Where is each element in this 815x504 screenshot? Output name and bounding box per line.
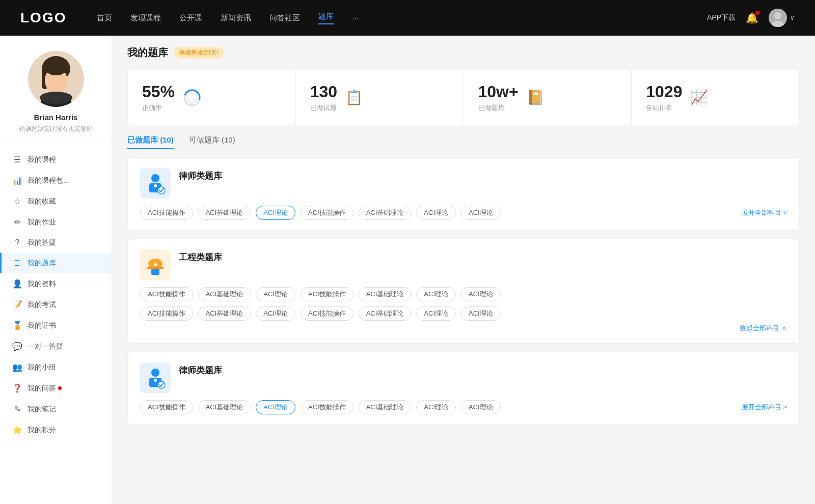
nav-news[interactable]: 新闻资讯 [221,13,251,23]
page-title: 我的题库 [127,46,168,60]
tags-row-engineer-2: ACI技能操作 ACI基础理论 ACI理论 ACI技能操作 ACI基础理论 AC… [140,306,787,321]
sidebar-item-qa[interactable]: ? 我的答疑 [0,233,112,253]
bank-card-engineer: 工程类题库 ACI技能操作 ACI基础理论 ACI理论 ACI技能操作 ACI基… [127,239,800,344]
trial-badge: 体验剩余23天! [174,47,224,59]
user-avatar-menu[interactable]: ∨ [769,9,795,27]
nav-courses[interactable]: 发现课程 [130,13,161,23]
tag[interactable]: ACI基础理论 [359,206,412,220]
tag[interactable]: ACI理论 [416,206,456,220]
tag[interactable]: ACI理论 [256,287,295,301]
sidebar-item-course-packages[interactable]: 📊 我的课程包... [0,170,112,191]
sidebar-item-notes[interactable]: ✎ 我的笔记 [0,399,112,419]
tag[interactable]: ACI技能操作 [140,287,193,301]
svg-point-10 [40,92,72,104]
tab-todo-banks[interactable]: 可做题库 (10) [189,135,235,149]
sidebar-item-certificate[interactable]: 🏅 我的证书 [0,315,112,336]
my-qa-icon: ❓ [12,383,22,393]
svg-point-13 [187,93,197,103]
tag[interactable]: ACI理论 [256,306,295,321]
svg-point-23 [151,369,159,377]
content-area: 我的题库 体验剩余23天! 55% 正确率 [112,36,815,504]
tab-done-banks[interactable]: 已做题库 (10) [127,135,174,149]
svg-rect-20 [147,267,164,269]
nav-qa[interactable]: 问答社区 [269,13,300,23]
tag[interactable]: ACI理论 [256,206,295,220]
sidebar-item-my-qa[interactable]: ❓ 我的问答 [0,378,112,399]
tag[interactable]: ACI理论 [461,400,501,414]
courses-icon: ☰ [12,155,22,164]
bank-card-lawyer-2: 律师类题库 ACI技能操作 ACI基础理论 ACI理论 ACI技能操作 ACI基… [127,352,800,425]
nav-home[interactable]: 首页 [97,13,112,23]
sidebar-item-profile[interactable]: 👤 我的资料 [0,273,112,294]
sidebar-item-one-on-one[interactable]: 💬 一对一答疑 [0,336,112,357]
navbar: LOGO 首页 发现课程 公开课 新闻资讯 问答社区 题库 ··· APP下载 … [0,0,815,36]
bank-title-engineer: 工程类题库 [179,249,222,263]
profile-motto: 错误的决定比没有决定要好 [19,125,93,133]
sidebar: Brian Harris 错误的决定比没有决定要好 ☰ 我的课程 📊 我的课程包… [0,36,112,504]
tag[interactable]: ACI理论 [416,306,456,321]
tag[interactable]: ACI技能操作 [301,306,354,321]
qa-notification-dot [58,386,62,390]
tag[interactable]: ACI技能操作 [301,400,354,414]
nav-more[interactable]: ··· [352,14,359,22]
tag[interactable]: ACI理论 [416,400,456,414]
stats-row: 55% 正确率 130 已做试题 📋 [127,70,800,125]
sidebar-item-homework[interactable]: ✏ 我的作业 [0,212,112,233]
lawyer-bank-icon-2 [140,362,171,393]
tag[interactable]: ACI技能操作 [301,287,354,301]
tag[interactable]: ACI基础理论 [359,400,412,414]
sidebar-item-question-bank[interactable]: 🗒 我的题库 [0,253,112,273]
tag[interactable]: ACI技能操作 [140,400,193,414]
stat-done-banks: 10w+ 已做题库 📔 [464,70,632,125]
svg-point-25 [154,379,157,382]
tag[interactable]: ACI理论 [416,287,456,301]
points-icon: ⭐ [12,425,22,435]
expand-link-lawyer-1[interactable]: 展开全部科目 > [742,208,787,217]
stat-correct-rate: 55% 正确率 [128,70,296,125]
favorites-icon: ☆ [12,197,22,206]
collapse-link-engineer[interactable]: 收起全部科目 ∧ [140,324,787,333]
groups-icon: 👥 [12,362,22,372]
tag[interactable]: ACI技能操作 [301,206,354,220]
svg-point-1 [774,12,781,19]
tag[interactable]: ACI基础理论 [198,206,251,220]
tag[interactable]: ACI基础理论 [198,400,251,414]
profile-avatar [28,51,84,107]
tag[interactable]: ACI理论 [461,287,501,301]
certificate-icon: 🏅 [12,321,22,330]
sidebar-item-points[interactable]: ⭐ 我的积分 [0,419,112,440]
tag[interactable]: ACI基础理论 [359,306,412,321]
homework-icon: ✏ [12,217,22,227]
notification-bell-icon[interactable]: 🔔 [746,12,758,24]
tags-row-lawyer-2: ACI技能操作 ACI基础理论 ACI理论 ACI技能操作 ACI基础理论 AC… [140,400,787,414]
tag[interactable]: ACI基础理论 [198,287,251,301]
svg-point-14 [151,174,159,182]
stat-value-banks: 10w+ [478,82,519,101]
qbank-icon: 🗒 [12,259,22,268]
sidebar-item-my-courses[interactable]: ☰ 我的课程 [0,149,112,170]
tags-row-engineer-1: ACI技能操作 ACI基础理论 ACI理论 ACI技能操作 ACI基础理论 AC… [140,287,787,301]
notification-dot [755,11,759,15]
sidebar-item-favorites[interactable]: ☆ 我的收藏 [0,191,112,212]
tag[interactable]: ACI理论 [256,400,295,414]
packages-icon: 📊 [12,176,22,185]
tag[interactable]: ACI理论 [461,206,501,220]
nav-open-course[interactable]: 公开课 [179,13,202,23]
profile-section: Brian Harris 错误的决定比没有决定要好 [0,51,112,144]
logo[interactable]: LOGO [20,10,66,26]
stat-label-done: 已做试题 [310,103,337,113]
sidebar-item-exam[interactable]: 📝 我的考试 [0,294,112,315]
tag[interactable]: ACI技能操作 [140,206,193,220]
stat-value-done: 130 [310,82,337,101]
sidebar-item-groups[interactable]: 👥 我的小组 [0,357,112,378]
tag[interactable]: ACI技能操作 [140,306,193,321]
app-download-button[interactable]: APP下载 [707,13,736,22]
tag[interactable]: ACI基础理论 [359,287,412,301]
tag[interactable]: ACI理论 [461,306,501,321]
tag[interactable]: ACI基础理论 [198,306,251,321]
stat-value-rank: 1029 [646,82,682,101]
expand-link-lawyer-2[interactable]: 展开全部科目 > [742,403,787,412]
correct-rate-chart-icon [183,89,201,107]
bank-card-lawyer-1: 律师类题库 ACI技能操作 ACI基础理论 ACI理论 ACI技能操作 ACI基… [127,157,800,231]
nav-qbank[interactable]: 题库 [318,12,334,24]
